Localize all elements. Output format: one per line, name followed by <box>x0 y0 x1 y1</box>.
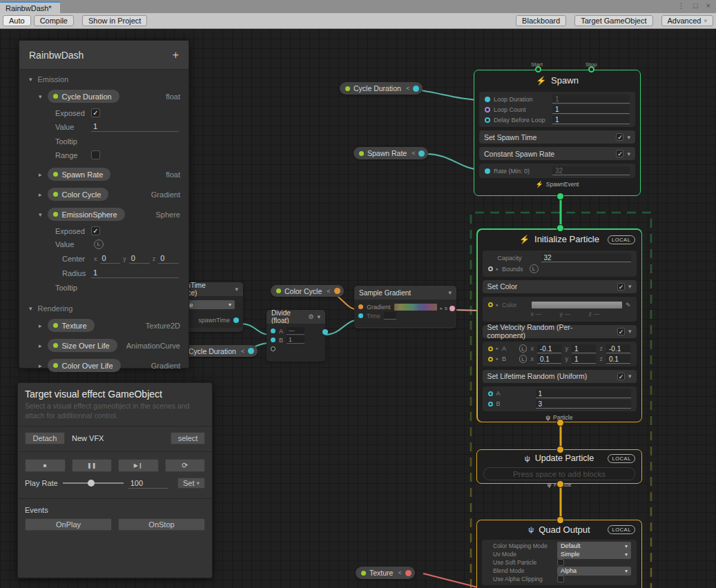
collapse-icon[interactable]: < <box>241 348 244 355</box>
divide-title-bar[interactable]: Divide (float) ⚙ ▾ <box>267 310 325 324</box>
blackboard-toggle-button[interactable]: Blackboard <box>516 15 566 26</box>
delay-before-loop-field[interactable]: 1 <box>552 115 630 124</box>
collapse-icon[interactable]: < <box>398 569 401 576</box>
chevron-down-icon[interactable]: ▾ <box>29 76 32 83</box>
loop-count-port[interactable] <box>485 107 490 112</box>
bounds-port[interactable] <box>488 266 493 271</box>
color-gradient-field[interactable] <box>532 302 622 308</box>
spawn-stop-port[interactable] <box>588 66 594 72</box>
lifetime-b-field[interactable]: 3 <box>536 400 631 409</box>
initialize-particle-context-node[interactable]: ⚡ Initialize Particle LOCAL Capacity 32 … <box>476 228 642 422</box>
texture-output-port[interactable] <box>405 570 412 576</box>
wire-spawntime-to-divide-a[interactable] <box>241 324 270 335</box>
lock-icon[interactable]: L <box>519 355 528 363</box>
range-checkbox[interactable] <box>91 150 100 159</box>
expand-icon[interactable]: ▸ <box>496 302 499 308</box>
chevron-down-icon[interactable]: ▾ <box>628 328 632 335</box>
lock-icon[interactable]: L <box>94 239 104 249</box>
spawn-rate-param-node[interactable]: Spawn Rate < <box>354 147 428 159</box>
gear-icon[interactable]: ⚙ <box>308 313 313 320</box>
chevron-down-icon[interactable]: ▾ <box>628 373 632 380</box>
divide-node[interactable]: Divide (float) ⚙ ▾ A — B 1 <box>267 310 325 362</box>
velocity-a-y-field[interactable]: 1 <box>572 344 597 353</box>
divide-b-value[interactable]: 1 <box>287 336 304 344</box>
cycle-duration-param-node[interactable]: Cycle Duration < <box>340 82 423 95</box>
set-rate-button[interactable]: Set ▾ <box>177 478 205 489</box>
set-color-block[interactable]: Set Color ✓ ▾ <box>483 280 637 293</box>
chevron-down-icon[interactable]: ▾ <box>39 211 42 218</box>
divide-b-port[interactable] <box>271 337 275 342</box>
onstop-button[interactable]: OnStop <box>118 518 205 531</box>
param-spawn-rate[interactable]: ▸ Spawn Rate float <box>19 164 188 184</box>
cycle-duration-output-port-2[interactable] <box>248 348 254 354</box>
graph-canvas[interactable]: spawnTime (Source) ▾ Source ▾ spawnTime … <box>0 29 716 588</box>
capacity-field[interactable]: 32 <box>541 253 631 262</box>
onplay-button[interactable]: OnPlay <box>25 518 112 531</box>
param-cycle-duration[interactable]: ▾ Cycle Duration float <box>19 86 188 106</box>
set-spawn-time-block[interactable]: Set Spawn Time ✓ ▾ <box>479 130 635 144</box>
initialize-output-port[interactable] <box>557 420 563 426</box>
chevron-down-icon[interactable]: ▾ <box>29 305 32 312</box>
spawn-start-port[interactable] <box>535 66 541 72</box>
asset-tab[interactable]: RainbwDash* <box>0 1 60 13</box>
velocity-a-x-field[interactable]: -0.1 <box>537 344 562 353</box>
constant-spawn-rate-block[interactable]: Constant Spawn Rate ✓ ▾ <box>479 147 635 160</box>
spawntime-output-port[interactable] <box>233 317 239 323</box>
blend-mode-dropdown[interactable]: Alpha ▾ <box>557 567 631 576</box>
select-button[interactable]: select <box>171 432 205 444</box>
quad-input-port[interactable] <box>557 517 563 523</box>
param-emission-sphere[interactable]: ▾ EmissionSphere Sphere <box>19 204 188 224</box>
velocity-a-port[interactable] <box>488 346 493 351</box>
chevron-right-icon[interactable]: ▸ <box>39 322 42 329</box>
param-size-over-life[interactable]: ▸ Size Over Life AnimationCurve <box>19 335 188 355</box>
play-rate-field[interactable]: 100 <box>128 478 168 489</box>
spawnevent-output-port[interactable] <box>557 193 563 199</box>
param-color-over-life[interactable]: ▸ Color Over Life Gradient <box>19 355 188 375</box>
restart-button[interactable]: ⟳ <box>165 459 206 472</box>
set-color-enabled-checkbox[interactable]: ✓ <box>617 283 625 291</box>
eyedropper-icon[interactable]: ✎ <box>626 302 631 308</box>
play-rate-slider[interactable] <box>63 482 124 484</box>
detach-button[interactable]: Detach <box>25 432 65 444</box>
spawn-rate-output-port[interactable] <box>418 150 425 157</box>
sphere-tooltip-field[interactable] <box>91 282 179 293</box>
collapse-icon[interactable]: < <box>327 288 330 295</box>
exposed-checkbox[interactable]: ✓ <box>91 108 100 117</box>
param-texture[interactable]: ▸ Texture Texture2D <box>19 315 188 335</box>
color-mapping-mode-dropdown[interactable]: Default ▾ <box>557 542 631 551</box>
divide-output-port[interactable] <box>322 329 328 335</box>
show-in-project-button[interactable]: Show in Project <box>82 15 147 26</box>
center-z-field[interactable]: 0 <box>158 253 179 264</box>
lock-icon[interactable]: L <box>519 344 528 353</box>
initialize-title-bar[interactable]: ⚡ Initialize Particle LOCAL <box>478 230 641 249</box>
constant-spawn-rate-enabled-checkbox[interactable]: ✓ <box>616 150 623 157</box>
chevron-down-icon[interactable]: ▾ <box>627 134 630 141</box>
color-port[interactable] <box>488 302 493 307</box>
center-x-field[interactable]: 0 <box>100 253 121 264</box>
stop-button[interactable]: ■ <box>25 459 66 472</box>
sample-gradient-title-bar[interactable]: Sample Gradient ▾ <box>354 286 456 300</box>
collapse-icon[interactable]: < <box>412 150 415 157</box>
divide-a-port[interactable] <box>271 329 275 333</box>
cycle-duration-output-port[interactable] <box>413 86 419 92</box>
spawn-title-bar[interactable]: ⚡ Spawn <box>474 70 640 90</box>
category-emission[interactable]: ▾ Emission <box>19 70 188 86</box>
expand-icon[interactable]: ▸ <box>496 356 499 362</box>
gradient-preview-bar[interactable] <box>394 304 437 311</box>
initialize-input-port[interactable] <box>557 225 563 231</box>
center-y-field[interactable]: 0 <box>129 253 150 264</box>
color-cycle-output-port[interactable] <box>334 288 340 294</box>
close-icon[interactable]: × <box>706 1 710 10</box>
set-spawn-time-enabled-checkbox[interactable]: ✓ <box>616 133 623 141</box>
step-button[interactable]: ▶❙ <box>118 459 159 472</box>
play-rate-slider-knob[interactable] <box>88 480 95 487</box>
lock-icon[interactable]: L <box>530 264 539 273</box>
sample-gradient-output-port[interactable] <box>449 306 455 311</box>
set-lifetime-random-block[interactable]: Set Lifetime Random (Uniform) ✓ ▾ <box>483 370 637 383</box>
sample-gradient-node[interactable]: Sample Gradient ▾ Gradient Time ▸ s <box>354 286 456 329</box>
collapse-icon[interactable]: < <box>406 85 409 92</box>
color-cycle-param-node[interactable]: Color Cycle < <box>271 285 344 297</box>
loop-duration-field[interactable]: 1 <box>552 95 630 104</box>
delay-before-loop-port[interactable] <box>485 117 490 123</box>
expand-icon[interactable]: ▸ <box>496 346 499 351</box>
